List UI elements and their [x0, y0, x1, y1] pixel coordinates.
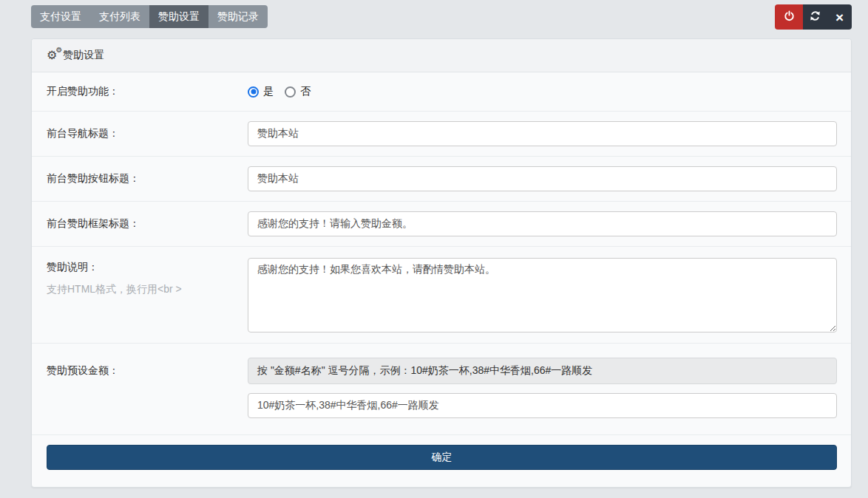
tab-payment-settings[interactable]: 支付设置 [31, 5, 90, 28]
refresh-icon [810, 10, 821, 24]
preset-amounts-input[interactable] [248, 393, 837, 418]
form-row-nav-title: 前台导航标题： [32, 112, 851, 157]
field-label: 赞助说明： [47, 261, 248, 274]
radio-option-yes[interactable]: 是 [248, 85, 274, 98]
window-button-group: × [803, 4, 852, 30]
form-row-enable-sponsor: 开启赞助功能： 是 否 [32, 72, 851, 112]
top-bar: 支付设置 支付列表 赞助设置 赞助记录 [31, 5, 852, 30]
logout-button[interactable] [775, 4, 803, 30]
form-row-button-title: 前台赞助按钮标题： [32, 157, 851, 202]
tab-payment-list[interactable]: 支付列表 [90, 5, 149, 28]
tab-sponsor-settings[interactable]: 赞助设置 [149, 5, 208, 28]
field-label: 开启赞助功能： [47, 85, 248, 98]
sponsor-frame-title-input[interactable] [248, 211, 837, 236]
power-icon [784, 10, 795, 24]
sponsor-settings-panel: ⚙⚙ 赞助设置 开启赞助功能： 是 否 前台导航标题： 前台赞助按钮标题： [31, 38, 852, 488]
field-label: 前台赞助按钮标题： [47, 172, 248, 185]
radio-no-label[interactable]: 否 [300, 85, 311, 98]
close-button[interactable]: × [827, 4, 852, 30]
radio-yes[interactable] [248, 86, 259, 98]
panel-footer: 确定 [32, 435, 851, 470]
enable-sponsor-radio-group: 是 否 [248, 85, 837, 98]
field-label: 赞助预设金额： [47, 344, 248, 434]
cogs-icon: ⚙⚙ [47, 50, 57, 61]
window-controls: × [775, 4, 852, 30]
form-row-preset-amounts: 赞助预设金额： 按 "金额#名称" 逗号分隔，示例：10#奶茶一杯,38#中华香… [32, 344, 851, 435]
form-row-sponsor-description: 赞助说明： 支持HTML格式，换行用<br > 感谢您的支持！如果您喜欢本站，请… [32, 247, 851, 344]
field-helper-text: 支持HTML格式，换行用<br > [47, 283, 248, 296]
radio-option-no[interactable]: 否 [285, 85, 311, 98]
close-icon: × [835, 10, 844, 24]
nav-title-input[interactable] [248, 121, 837, 146]
preset-amounts-hint: 按 "金额#名称" 逗号分隔，示例：10#奶茶一杯,38#中华香烟,66#一路顺… [248, 358, 837, 384]
form-row-frame-title: 前台赞助框架标题： [32, 202, 851, 247]
radio-no[interactable] [285, 86, 296, 98]
sponsor-button-title-input[interactable] [248, 166, 837, 191]
panel-title: 赞助设置 [63, 49, 104, 62]
refresh-button[interactable] [803, 4, 827, 30]
tab-sponsor-records[interactable]: 赞助记录 [208, 5, 268, 28]
confirm-button[interactable]: 确定 [47, 445, 837, 470]
field-label: 前台导航标题： [47, 127, 248, 140]
tab-bar: 支付设置 支付列表 赞助设置 赞助记录 [31, 5, 268, 28]
radio-yes-label[interactable]: 是 [263, 85, 274, 98]
field-label: 前台赞助框架标题： [47, 217, 248, 231]
panel-header: ⚙⚙ 赞助设置 [32, 39, 851, 72]
sponsor-description-textarea[interactable]: 感谢您的支持！如果您喜欢本站，请酌情赞助本站。 [248, 258, 837, 332]
